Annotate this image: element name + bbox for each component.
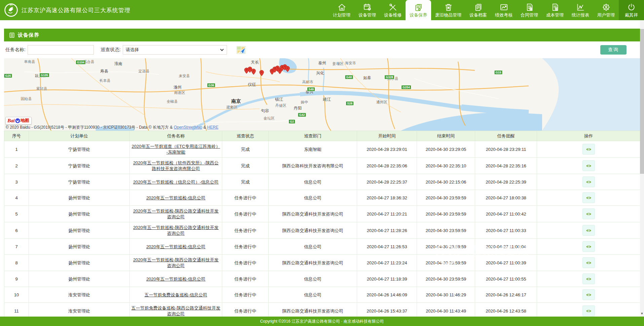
osm-link[interactable]: OpenStreetMap [174,125,202,130]
eye-icon [586,147,592,152]
docs-icon [474,3,483,12]
nav-item-home[interactable]: 计划管理 [329,0,354,20]
scrollbar-down-arrow[interactable]: ▼ [640,311,644,316]
nav-item-cal-gear[interactable]: 设备管理 [354,0,380,20]
cell-remind: 2020-04-27 18:00:38 [475,190,537,206]
view-button[interactable] [582,273,595,284]
cell-status: 任务进行中 [222,206,269,222]
cell-dept: 信息公司 [269,239,357,255]
road-badge: G328 [384,75,394,79]
cell-unit: 扬州管理处 [29,222,130,239]
cell-task: 2020年五一节前巡查（ETC专用道江苏海岭）-东南智能 [130,141,222,158]
cell-unit: 宁扬管理处 [29,158,130,174]
view-button[interactable] [582,305,595,316]
nav-item-user[interactable]: 戴其祥 [619,0,644,20]
column-header: 开始时间 [357,131,417,141]
column-header: 结束时间 [417,131,475,141]
task-link[interactable]: 2020年五一节前巡检-信息公司 [146,276,205,282]
trash-icon [444,3,453,12]
status-select[interactable]: 请选择 [123,45,227,55]
cell-remind: 2020-04-26 12:43:58 [475,303,537,317]
task-link[interactable]: 2020年五一节前巡检-信息公司 [146,195,205,200]
map-place-label: 海安市 [345,61,356,66]
eye-icon [586,244,592,249]
scrollbar-thumb[interactable] [640,29,644,174]
map-place-label: 扬中 [301,100,308,105]
map-marker-icon[interactable] [251,69,256,75]
cost-icon [551,3,560,12]
vertical-scrollbar[interactable]: ▼ [640,20,644,317]
nav-item-cost[interactable]: 成本管理 [542,0,568,20]
view-button[interactable] [582,160,595,171]
table-row: 2宁扬管理处2020年五一节前巡检（软件西安所）-陕西公路科技开发咨询有限公司完… [4,158,640,174]
map-place-label: 丹徒区 [275,103,287,108]
eye-icon [586,277,592,281]
view-button[interactable] [582,192,595,203]
view-button[interactable] [582,208,595,219]
nav-item-tools[interactable]: 设备维修 [380,0,406,20]
here-link[interactable]: HERE [207,125,218,130]
table-row: 7扬州管理处2020年五一节前巡检-信息公司任务进行中信息公司2020-04-2… [4,239,640,255]
cell-task: 2020年五一节前巡检-陕西公路交通科技开发咨询公司 [130,222,222,239]
task-link[interactable]: 2020年五一节前巡检（信息公司）-信息公司 [133,180,219,185]
nav-item-contract[interactable]: 合同管理 [517,0,542,20]
eye-icon [586,261,592,265]
cell-end: 2020-04-30 22:35:10 [417,158,475,174]
cal-gear-icon [363,3,372,12]
column-header: 巡查状态 [222,131,269,141]
cell-task: 五一节前免费设备巡检-信息公司 [130,287,222,303]
nav-item-docs[interactable]: 设备档案 [465,0,491,20]
road-badge: G36 [207,83,215,88]
view-button[interactable] [582,144,595,155]
view-button[interactable] [582,257,595,268]
map-locate-button[interactable] [235,45,247,55]
task-table-wrap: 序号计划单位任务名称巡查状态巡查部门开始时间结束时间任务提醒操作 1宁扬管理处2… [4,131,640,317]
cell-status: 任务进行中 [222,271,269,287]
cell-start: 2020-04-27 11:18:39 [357,271,417,287]
task-link[interactable]: 2020年五一节前巡检（软件西安所）-陕西公路科技开发咨询有限公司 [133,160,219,171]
view-button[interactable] [582,241,595,252]
cell-end: 2020-04-30 23:59:59 [417,206,475,222]
nav-item-device[interactable]: 设备保养 [406,0,431,20]
task-link[interactable]: 2020年五一节前巡检-陕西公路交通科技开发咨询公司 [133,208,219,219]
task-link[interactable]: 2020年五一节前巡检-陕西公路交通科技开发咨询公司 [133,257,219,268]
view-button[interactable] [582,289,595,300]
search-button[interactable]: 查询 [600,45,627,55]
cell-unit: 淮安管理处 [29,303,130,317]
cell-unit: 宁扬管理处 [29,141,130,158]
map-place-label: 寿县 [100,68,108,74]
cell-task: 2020年五一节前巡检-信息公司 [130,190,222,206]
map-tiles [4,58,640,131]
nav-item-user-gear[interactable]: 用户管理 [593,0,619,20]
task-link[interactable]: 2020年五一节前巡检-陕西公路交通科技开发咨询公司 [133,225,219,236]
eye-icon [586,212,592,216]
cell-remind: 2020-04-27 11:00:04 [475,239,537,255]
baidu-map[interactable]: 阜南县颍上县凤台县淮南寿县长丰县霍邱县固始县定远县来安县滁州南谯区全椒县南京建邺… [4,58,640,131]
task-name-input[interactable] [28,45,94,55]
map-marker-icon[interactable] [285,66,290,72]
column-header: 任务名称 [130,131,222,141]
task-link[interactable]: 2020年五一节前巡检-信息公司 [146,244,205,249]
baidu-logo: Bai 地图 [5,117,32,125]
cell-unit: 扬州管理处 [29,190,130,206]
cell-no: 7 [4,239,29,255]
task-link[interactable]: 五一节前免费设备巡检-信息公司 [145,292,207,297]
map-place-label: 丹阳 [294,105,302,111]
cell-no: 10 [4,287,29,303]
nav-item-perf[interactable]: 绩效考核 [491,0,517,20]
cell-actions [537,287,640,303]
table-row: 4扬州管理处2020年五一节前巡检-信息公司任务进行中信息公司2020-04-2… [4,190,640,206]
nav-item-trash[interactable]: 废旧物品管理 [431,0,465,20]
task-link[interactable]: 五一节前免费设备巡检-陕西公路交通科技开发咨询公司 [131,305,220,316]
cell-start: 2020-04-27 11:23:24 [357,255,417,271]
nav-item-report[interactable]: 统计报表 [568,0,593,20]
task-link[interactable]: 2020年五一节前巡查（ETC专用道江苏海岭）-东南智能 [132,144,220,155]
map-marker-icon[interactable] [259,70,264,76]
nav-item-label: 设备档案 [469,12,487,18]
cell-status: 任务进行中 [222,303,269,317]
view-button[interactable] [582,176,595,187]
nav-item-label: 设备保养 [410,12,427,18]
view-button[interactable] [582,225,595,236]
cell-dept: 信息公司 [269,190,357,206]
cell-remind: 2020-04-27 11:00:55 [475,271,537,287]
